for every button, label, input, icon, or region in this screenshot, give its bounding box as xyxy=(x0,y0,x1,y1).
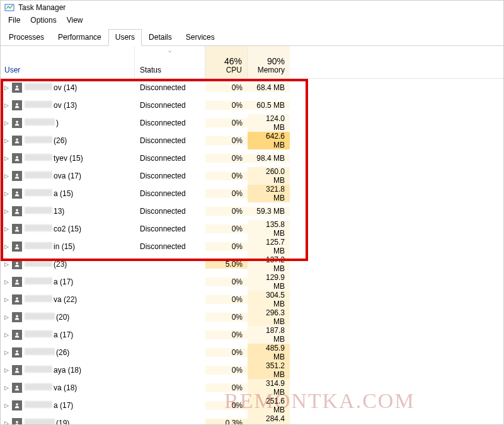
user-name: ) xyxy=(25,119,59,127)
expand-caret-icon[interactable]: ▷ xyxy=(3,243,9,250)
table-row[interactable]: ▷ (23)5.0%137.2 MB xyxy=(1,255,503,273)
cell-cpu: 0% xyxy=(205,119,248,127)
table-row[interactable]: ▷in (15)Disconnected0%125.7 MB xyxy=(1,238,503,255)
column-header-user-label: User xyxy=(4,66,129,74)
cell-user: ▷a (17) xyxy=(1,330,135,340)
expand-caret-icon[interactable]: ▷ xyxy=(3,226,9,232)
table-row[interactable]: ▷)Disconnected0%124.0 MB xyxy=(1,114,503,132)
person-icon xyxy=(12,189,22,199)
menu-options[interactable]: Options xyxy=(25,16,61,26)
expand-caret-icon[interactable]: ▷ xyxy=(3,120,9,126)
user-name-suffix: tyev (15) xyxy=(54,154,83,163)
user-name: a (17) xyxy=(25,277,73,286)
tab-details[interactable]: Details xyxy=(142,29,179,46)
cell-cpu: 0% xyxy=(205,366,248,375)
redacted-name xyxy=(25,172,52,178)
menu-view[interactable]: View xyxy=(62,16,88,26)
user-name-suffix: va (22) xyxy=(54,295,77,304)
column-header-status-label: Status xyxy=(140,66,200,74)
cell-cpu: 0.3% xyxy=(205,419,248,425)
user-name: aya (18) xyxy=(25,366,81,375)
expand-caret-icon[interactable]: ▷ xyxy=(3,279,9,285)
table-row[interactable]: ▷ (26)Disconnected0%642.6 MB xyxy=(1,132,503,149)
table-row[interactable]: ▷ (19)0.3%284.4 MB xyxy=(1,414,503,425)
expand-caret-icon[interactable]: ▷ xyxy=(3,296,9,303)
expand-caret-icon[interactable]: ▷ xyxy=(3,314,9,320)
table-row[interactable]: ▷a (17)0%187.8 MB xyxy=(1,326,503,344)
table-row[interactable]: ▷va (18)0%314.9 MB xyxy=(1,379,503,397)
person-icon xyxy=(12,383,22,393)
menu-file[interactable]: File xyxy=(3,16,25,26)
cell-memory: 68.4 MB xyxy=(248,83,290,92)
expand-caret-icon[interactable]: ▷ xyxy=(3,367,9,373)
person-icon xyxy=(12,418,22,425)
svg-point-13 xyxy=(16,298,18,300)
user-name: (20) xyxy=(25,313,69,322)
table-row[interactable]: ▷co2 (15)Disconnected0%135.8 MB xyxy=(1,220,503,238)
cell-cpu: 0% xyxy=(205,277,248,286)
tab-bar: Processes Performance Users Details Serv… xyxy=(1,28,503,46)
table-row[interactable]: ▷va (22)0%304.5 MB xyxy=(1,291,503,308)
cell-cpu: 0% xyxy=(205,189,248,198)
expand-caret-icon[interactable]: ▷ xyxy=(3,332,9,338)
expand-caret-icon[interactable]: ▷ xyxy=(3,385,9,391)
tab-performance[interactable]: Performance xyxy=(51,29,108,46)
person-icon xyxy=(12,136,22,146)
cell-user: ▷in (15) xyxy=(1,242,135,252)
user-name-suffix: a (15) xyxy=(54,189,73,198)
cell-memory: 129.9 MB xyxy=(248,273,290,291)
expand-caret-icon[interactable]: ▷ xyxy=(3,84,9,91)
tab-processes[interactable]: Processes xyxy=(2,29,51,46)
cell-memory: 284.4 MB xyxy=(248,414,290,425)
cell-cpu: 0% xyxy=(205,348,248,357)
cell-memory: 251.6 MB xyxy=(248,397,290,414)
expand-caret-icon[interactable]: ▷ xyxy=(3,102,9,108)
column-header-status[interactable]: ⌵ Status xyxy=(135,46,205,78)
tab-users[interactable]: Users xyxy=(108,29,142,46)
table-row[interactable]: ▷ova (17)Disconnected0%260.0 MB xyxy=(1,167,503,185)
table-row[interactable]: ▷tyev (15)Disconnected0%98.4 MB xyxy=(1,149,503,167)
table-row[interactable]: ▷(20)0%296.3 MB xyxy=(1,308,503,326)
cell-user: ▷ova (17) xyxy=(1,171,135,181)
expand-caret-icon[interactable]: ▷ xyxy=(3,155,9,161)
user-name: ova (17) xyxy=(25,172,81,180)
column-header-user[interactable]: User xyxy=(1,46,135,78)
table-row[interactable]: ▷a (15)Disconnected0%321.8 MB xyxy=(1,185,503,202)
redacted-name xyxy=(25,295,52,302)
cell-memory: 135.8 MB xyxy=(248,220,290,238)
svg-point-18 xyxy=(16,386,18,388)
expand-caret-icon[interactable]: ▷ xyxy=(3,349,9,356)
table-row[interactable]: ▷ov (14)Disconnected0%68.4 MB xyxy=(1,79,503,96)
expand-caret-icon[interactable]: ▷ xyxy=(3,190,9,197)
redacted-name xyxy=(25,101,52,108)
svg-point-3 xyxy=(16,121,18,124)
tab-services[interactable]: Services xyxy=(179,29,222,46)
table-row[interactable]: ▷aya (18)0%351.2 MB xyxy=(1,361,503,379)
table-row[interactable]: ▷ (26)0%485.9 MB xyxy=(1,344,503,361)
redacted-name xyxy=(25,242,52,249)
table-row[interactable]: ▷13)Disconnected0%59.3 MB xyxy=(1,202,503,220)
user-name: ov (14) xyxy=(25,83,77,92)
cell-user: ▷ (23) xyxy=(1,259,135,269)
cell-cpu: 0% xyxy=(205,401,248,410)
expand-caret-icon[interactable]: ▷ xyxy=(3,402,9,409)
expand-caret-icon[interactable]: ▷ xyxy=(3,420,9,425)
table-row[interactable]: ▷ov (13)Disconnected0%60.5 MB xyxy=(1,96,503,114)
table-row[interactable]: ▷a (17)0%129.9 MB xyxy=(1,273,503,291)
expand-caret-icon[interactable]: ▷ xyxy=(3,261,9,267)
column-header-memory[interactable]: 90% Memory xyxy=(248,46,290,78)
cell-memory: 321.8 MB xyxy=(248,185,290,202)
cell-user: ▷co2 (15) xyxy=(1,224,135,234)
user-name-suffix: va (18) xyxy=(54,383,77,392)
expand-caret-icon[interactable]: ▷ xyxy=(3,208,9,214)
user-name: (26) xyxy=(25,136,67,145)
svg-point-9 xyxy=(16,227,18,230)
person-icon xyxy=(12,224,22,234)
column-header-cpu[interactable]: 46% CPU xyxy=(205,46,248,78)
cell-memory: 260.0 MB xyxy=(248,167,290,185)
redacted-name xyxy=(25,224,52,231)
redacted-name xyxy=(25,136,52,143)
expand-caret-icon[interactable]: ▷ xyxy=(3,173,9,179)
table-row[interactable]: ▷a (17)0%251.6 MB xyxy=(1,397,503,414)
expand-caret-icon[interactable]: ▷ xyxy=(3,137,9,144)
